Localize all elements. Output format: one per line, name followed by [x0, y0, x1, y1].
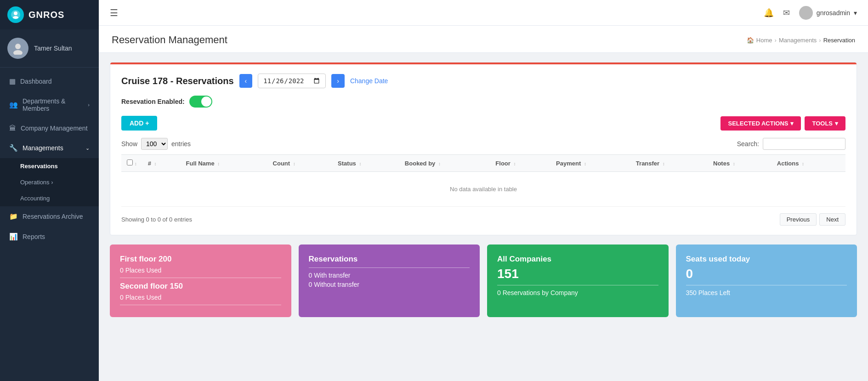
app-name: GNROS [28, 10, 64, 20]
topbar-avatar [799, 6, 813, 20]
previous-button[interactable]: Previous [780, 213, 817, 226]
date-input[interactable] [258, 74, 326, 88]
without-transfer: 0 Without transfer [309, 281, 470, 288]
show-entries-select[interactable]: 10 25 50 100 [141, 138, 168, 150]
mail-icon[interactable]: ✉ [783, 8, 790, 18]
hamburger-button[interactable]: ☰ [110, 7, 118, 18]
th-num[interactable]: # ↕ [142, 155, 181, 172]
topbar-user[interactable]: gnrosadmin ▾ [799, 6, 857, 20]
reservations-card: Reservations 0 With transfer 0 Without t… [299, 245, 480, 317]
cruise-title: Cruise 178 - Reservations [121, 76, 234, 86]
th-payment[interactable]: Payment ↕ [550, 155, 630, 172]
breadcrumb-sep1: › [775, 37, 777, 44]
reservations-card-title: Reservations [309, 255, 470, 264]
sidebar-item-archive[interactable]: 📁 Reservations Archive [0, 206, 99, 227]
selected-actions-chevron: ▾ [790, 120, 794, 127]
no-data-row: No data available in table [121, 172, 845, 207]
breadcrumb: 🏠 Home › Managements › Reservation [747, 37, 855, 44]
table-footer: Showing 0 to 0 of 0 entries Previous Nex… [121, 213, 845, 226]
svg-point-6 [803, 14, 809, 17]
floor2-used: 0 Places Used [120, 294, 281, 301]
date-prev-button[interactable]: ‹ [239, 74, 253, 88]
sidebar: GNROS Tamer Sultan ▦ Dashboard 👥 Departm… [0, 0, 99, 381]
card-body: Cruise 178 - Reservations ‹ › Change Dat… [110, 64, 857, 235]
breadcrumb-sep2: › [819, 37, 821, 44]
sidebar-item-reservations[interactable]: Reservations [0, 158, 99, 174]
svg-point-1 [14, 11, 17, 15]
dashboard-icon: ▦ [9, 77, 16, 85]
company-icon: 🏛 [9, 124, 16, 132]
breadcrumb-managements: Managements [779, 37, 817, 44]
th-count[interactable]: Count ↕ [267, 155, 333, 172]
companies-divider [497, 285, 658, 285]
companies-count: 151 [497, 267, 658, 281]
seats-card: Seats used today 0 350 Places Left [676, 245, 857, 317]
page-area: Reservation Management 🏠 Home › Manageme… [99, 26, 868, 381]
next-button[interactable]: Next [819, 213, 845, 226]
breadcrumb-current: Reservation [823, 37, 855, 44]
floor2-title: Second floor 150 [120, 282, 281, 291]
notification-icon[interactable]: 🔔 [764, 8, 774, 18]
topbar-chevron: ▾ [854, 9, 857, 17]
th-full-name[interactable]: Full Name ↕ [181, 155, 267, 172]
th-notes[interactable]: Notes ↕ [708, 155, 772, 172]
page-header: Reservation Management 🏠 Home › Manageme… [99, 26, 868, 53]
data-table: ↕ # ↕ Full Name ↕ Count ↕ Status ↕ Booke… [121, 154, 845, 207]
floors-card: First floor 200 0 Places Used Second flo… [110, 245, 291, 317]
th-actions[interactable]: Actions ↕ [772, 155, 845, 172]
companies-card-title: All Companies [497, 255, 658, 264]
seats-divider [686, 285, 847, 285]
main-card: Cruise 178 - Reservations ‹ › Change Dat… [110, 62, 857, 235]
date-next-button[interactable]: › [331, 74, 345, 88]
add-button[interactable]: ADD + [121, 116, 157, 131]
svg-point-3 [15, 44, 21, 49]
show-label: Show [121, 140, 137, 148]
toggle-row: Resevation Enabled: [121, 96, 845, 108]
res-divider [309, 267, 470, 268]
home-icon: 🏠 [747, 37, 754, 44]
right-buttons: SELECTED ACTIONS ▾ TOOLS ▾ [720, 116, 845, 131]
change-date-link[interactable]: Change Date [350, 77, 388, 85]
sidebar-item-dashboard-label: Dashboard [20, 78, 52, 85]
topbar: ☰ 🔔 ✉ gnrosadmin ▾ [99, 0, 868, 26]
sidebar-item-reports[interactable]: 📊 Reports [0, 227, 99, 247]
seats-count: 0 [686, 267, 847, 281]
sidebar-item-managements[interactable]: 🔧 Managements ⌄ [0, 138, 99, 158]
selected-actions-button[interactable]: SELECTED ACTIONS ▾ [720, 116, 801, 131]
th-floor[interactable]: Floor ↕ [490, 155, 550, 172]
sidebar-item-managements-label: Managements [23, 144, 63, 152]
entries-label: entries [171, 140, 191, 148]
floor1-title: First floor 200 [120, 255, 281, 264]
svg-point-2 [13, 16, 18, 19]
select-all-checkbox[interactable] [127, 159, 133, 165]
topbar-username: gnrosadmin [817, 9, 850, 17]
toolbar: ADD + SELECTED ACTIONS ▾ TOOLS ▾ [121, 116, 845, 131]
sidebar-item-archive-label: Reservations Archive [23, 213, 83, 220]
th-transfer[interactable]: Transfer ↕ [630, 155, 708, 172]
table-header-row: ↕ # ↕ Full Name ↕ Count ↕ Status ↕ Booke… [121, 155, 845, 172]
reservation-enabled-toggle[interactable] [189, 96, 212, 108]
svg-point-4 [13, 50, 23, 55]
pagination: Previous Next [780, 213, 845, 226]
sidebar-item-company[interactable]: 🏛 Company Management [0, 118, 99, 138]
sidebar-item-reports-label: Reports [23, 233, 45, 240]
th-status[interactable]: Status ↕ [332, 155, 399, 172]
summary-cards: First floor 200 0 Places Used Second flo… [110, 245, 857, 317]
svg-point-5 [804, 10, 808, 13]
sidebar-item-operations[interactable]: Operations › [0, 174, 99, 190]
reservation-enabled-label: Resevation Enabled: [121, 98, 185, 105]
managements-icon: 🔧 [9, 144, 18, 152]
search-input[interactable] [763, 138, 845, 150]
th-checkbox[interactable]: ↕ [121, 155, 142, 172]
no-data-cell: No data available in table [121, 172, 845, 207]
main: ☰ 🔔 ✉ gnrosadmin ▾ Reservation Managemen… [99, 0, 868, 381]
sidebar-submenu-managements: Reservations Operations › Accounting [0, 158, 99, 206]
sidebar-item-dashboard[interactable]: ▦ Dashboard [0, 71, 99, 91]
sidebar-item-accounting[interactable]: Accounting [0, 190, 99, 206]
tools-button[interactable]: TOOLS ▾ [805, 116, 845, 131]
reports-icon: 📊 [9, 233, 18, 241]
sidebar-item-departments[interactable]: 👥 Departments & Members › [0, 91, 99, 118]
th-booked-by[interactable]: Booked by ↕ [399, 155, 490, 172]
reservations-label: Reservations [20, 163, 58, 170]
accounting-label: Accounting [20, 195, 50, 202]
